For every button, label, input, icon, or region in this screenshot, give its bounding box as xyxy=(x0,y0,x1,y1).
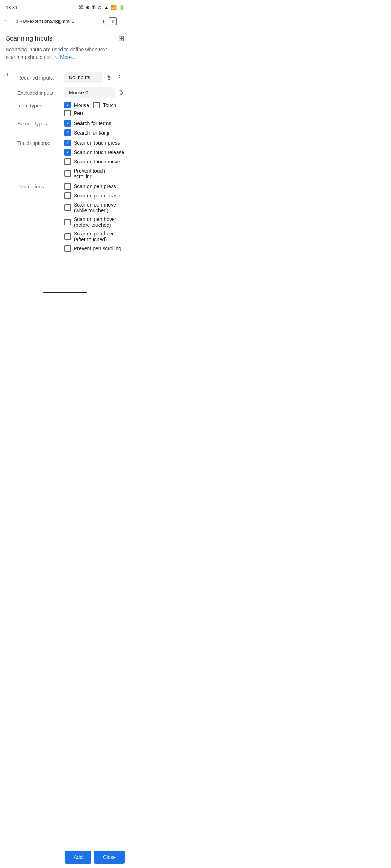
touch-option[interactable]: Touch xyxy=(93,102,116,109)
mouse-option[interactable]: Mouse xyxy=(64,102,89,109)
excluded-inputs-label: Excluded inputs: xyxy=(17,89,64,96)
page-title: Scanning Inputs xyxy=(6,35,52,42)
prevent-pen-scroll-label: Prevent pen scrolling xyxy=(74,246,121,251)
prevent-touch-scroll-checkbox[interactable] xyxy=(64,170,71,177)
required-inputs-row: No inputs 🖱 ⋮ xyxy=(64,72,125,83)
block-icon: ⊘ xyxy=(98,5,102,10)
pen-move-label: Scan on pen move (while touched) xyxy=(74,202,125,213)
settings-row-1: 1 Required inputs: No inputs 🖱 ⋮ xyxy=(0,67,130,260)
touch-press-option[interactable]: Scan on touch press xyxy=(64,140,125,146)
pen-checkbox[interactable] xyxy=(64,110,71,116)
status-time: 13:31 xyxy=(6,5,18,10)
prevent-pen-scroll-option[interactable]: Prevent pen scrolling xyxy=(64,245,125,252)
pen-hover-before-checkbox[interactable] xyxy=(64,219,71,225)
prevent-touch-scroll-option[interactable]: Prevent touch scrolling xyxy=(64,168,125,179)
bluetooth-icon: 𝔅 xyxy=(92,4,96,10)
url-bar[interactable]: ℹ kiwi-extension://bggmml... xyxy=(12,16,98,26)
pen-hover-after-checkbox[interactable] xyxy=(64,233,71,240)
prevent-pen-scroll-checkbox[interactable] xyxy=(64,245,71,252)
touch-options-list: Scan on touch press Scan on touch releas… xyxy=(64,140,125,179)
pen-hover-before-option[interactable]: Scan on pen hover (before touched) xyxy=(64,216,125,228)
required-inputs-select[interactable]: No inputs xyxy=(64,72,103,83)
page-description: Scanning inputs are used to define when … xyxy=(0,46,130,67)
nav-indicator xyxy=(43,292,87,293)
more-link[interactable]: More… xyxy=(60,54,77,60)
search-kanji-label: Search for kanji xyxy=(74,130,109,136)
search-types-label: Search types: xyxy=(17,120,64,127)
pen-move-option[interactable]: Scan on pen move (while touched) xyxy=(64,202,125,213)
required-inputs-group: Required inputs: No inputs 🖱 ⋮ xyxy=(17,72,125,83)
touch-press-label: Scan on touch press xyxy=(74,140,120,146)
input-types-label: Input types: xyxy=(17,102,64,109)
touch-release-option[interactable]: Scan on touch release xyxy=(64,149,125,156)
pen-press-checkbox[interactable] xyxy=(64,183,71,190)
pen-press-option[interactable]: Scan on pen press xyxy=(64,183,125,190)
pen-release-label: Scan on pen release xyxy=(74,193,120,199)
extension-icon: ⚙ xyxy=(85,5,90,10)
pen-options-group: Pen options: Scan on pen press Scan on p… xyxy=(17,183,125,252)
touch-press-checkbox[interactable] xyxy=(64,140,71,146)
pen-option[interactable]: Pen xyxy=(64,110,83,116)
search-kanji-checkbox[interactable] xyxy=(64,129,71,136)
touch-move-option[interactable]: Scan on touch move xyxy=(64,158,125,165)
excluded-inputs-row: Mouse 0 🖱 xyxy=(64,87,125,98)
pen-release-option[interactable]: Scan on pen release xyxy=(64,192,125,199)
add-tab-button[interactable]: + xyxy=(100,17,106,26)
row-fields: Required inputs: No inputs 🖱 ⋮ Excluded … xyxy=(17,72,125,255)
touch-options-label: Touch options: xyxy=(17,140,64,146)
pen-hover-after-label: Scan on pen hover (after touched) xyxy=(74,231,125,242)
status-bar: 13:31 ⌘ ⚙ 𝔅 ⊘ ▲ 📶 🔋 xyxy=(0,0,130,14)
pen-release-checkbox[interactable] xyxy=(64,192,71,199)
touch-release-checkbox[interactable] xyxy=(64,149,71,156)
add-button[interactable]: Add xyxy=(65,851,91,864)
touch-options-group: Touch options: Scan on touch press Scan … xyxy=(17,140,125,179)
search-types-group: Search types: Search for terms Search fo… xyxy=(17,120,125,136)
touch-label: Touch xyxy=(103,102,116,108)
signal-icon: 📶 xyxy=(111,5,117,10)
search-terms-label: Search for terms xyxy=(74,120,111,126)
status-icons: ⌘ ⚙ 𝔅 ⊘ ▲ 📶 🔋 xyxy=(79,4,125,10)
browser-actions: + 6 ⋮ xyxy=(100,16,127,26)
search-terms-option[interactable]: Search for terms xyxy=(64,120,111,127)
home-button[interactable]: ⌂ xyxy=(3,16,10,26)
url-text: kiwi-extension://bggmml... xyxy=(20,18,75,24)
wifi-icon: ▲ xyxy=(104,5,109,10)
footer: Add Close xyxy=(0,846,130,868)
close-button[interactable]: Close xyxy=(94,851,125,864)
pen-options-label: Pen options: xyxy=(17,183,64,190)
pen-options-list: Scan on pen press Scan on pen release Sc… xyxy=(64,183,125,252)
row-number: 1 xyxy=(6,72,14,77)
touch-checkbox[interactable] xyxy=(93,102,100,109)
pen-hover-after-option[interactable]: Scan on pen hover (after touched) xyxy=(64,231,125,242)
excluded-inputs-select[interactable]: Mouse 0 xyxy=(64,87,115,98)
tabs-button[interactable]: 6 xyxy=(109,17,117,25)
more-button[interactable]: ⋮ xyxy=(119,16,127,26)
search-types-options: Search for terms Search for kanji xyxy=(64,120,111,136)
required-inputs-label: Required inputs: xyxy=(17,74,64,81)
touch-release-label: Scan on touch release xyxy=(74,149,124,155)
excluded-inputs-icon: 🖱 xyxy=(118,89,125,97)
github-icon: ⌘ xyxy=(79,5,83,10)
search-kanji-option[interactable]: Search for kanji xyxy=(64,129,111,136)
touch-move-label: Scan on touch move xyxy=(74,159,120,165)
mouse-checkbox[interactable] xyxy=(64,102,71,109)
touch-move-checkbox[interactable] xyxy=(64,158,71,165)
input-types-options: Mouse Touch Pen xyxy=(64,102,125,116)
search-terms-checkbox[interactable] xyxy=(64,120,71,127)
excluded-inputs-group: Excluded inputs: Mouse 0 🖱 xyxy=(17,87,125,98)
required-inputs-icon: 🖱 xyxy=(106,74,112,81)
pen-label: Pen xyxy=(74,110,83,116)
pen-move-checkbox[interactable] xyxy=(64,204,71,211)
prevent-touch-scroll-label: Prevent touch scrolling xyxy=(74,168,125,179)
content-area: Scanning Inputs ⊞ Scanning inputs are us… xyxy=(0,28,130,289)
info-icon: ℹ xyxy=(16,18,18,24)
pen-hover-before-label: Scan on pen hover (before touched) xyxy=(74,216,125,228)
required-inputs-more[interactable]: ⋮ xyxy=(115,72,125,83)
page-header: Scanning Inputs ⊞ xyxy=(0,28,130,46)
mouse-label: Mouse xyxy=(74,102,89,108)
input-types-group: Input types: Mouse Touch Pen xyxy=(17,102,125,116)
pen-press-label: Scan on pen press xyxy=(74,183,116,189)
header-icon[interactable]: ⊞ xyxy=(118,34,125,43)
battery-icon: 🔋 xyxy=(119,5,125,10)
